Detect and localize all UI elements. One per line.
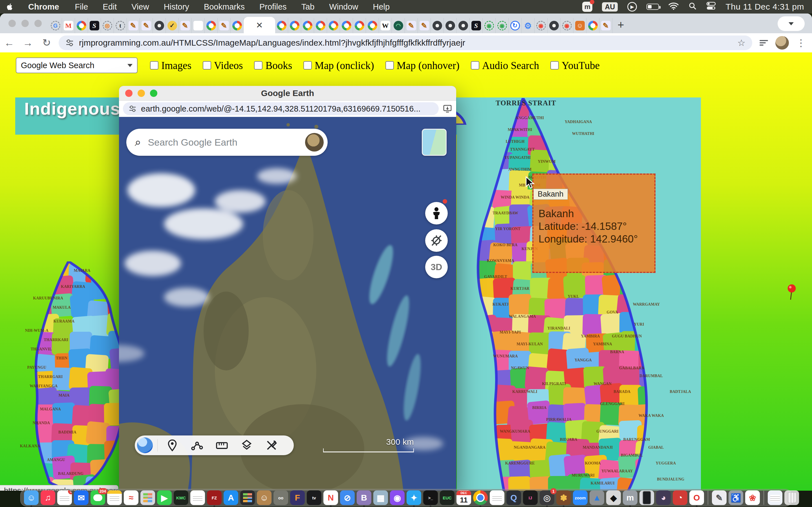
browser-tab[interactable] [457, 18, 470, 33]
dock-item-quicktime[interactable]: Q [506, 490, 521, 505]
browser-tab[interactable]: ◉ [483, 18, 496, 33]
browser-tab[interactable]: ✎ [140, 18, 153, 33]
browser-tab[interactable] [314, 18, 327, 33]
drawing-tools-icon[interactable] [259, 439, 284, 451]
browser-tab[interactable]: ✎ [179, 18, 192, 33]
pegman-button[interactable] [425, 202, 448, 224]
checkbox-audio-search[interactable]: Audio Search [471, 59, 539, 71]
install-app-icon[interactable] [443, 104, 452, 114]
red-pushpin-icon[interactable] [785, 284, 798, 302]
browser-tab[interactable] [75, 18, 88, 33]
menu-item-profiles[interactable]: Profiles [252, 2, 294, 11]
tab-search-button[interactable] [777, 16, 805, 31]
dock-item-facetime[interactable]: ▶ [157, 490, 172, 505]
dock-item-mail[interactable]: ✉ [74, 490, 89, 505]
earth-map-viewport[interactable]: ⌕ Search Google Earth [119, 117, 456, 491]
menu-item-history[interactable]: History [156, 2, 197, 11]
threed-toggle-button[interactable]: 3D [425, 256, 448, 278]
chrome-menu-icon[interactable]: ⋮ [796, 37, 806, 48]
google-earth-logo[interactable] [137, 438, 153, 453]
reload-button[interactable]: ↻ [37, 37, 56, 49]
dock-item-zoom[interactable]: zoom [573, 490, 588, 505]
dock-item-calendar[interactable]: DEC11 [456, 490, 471, 505]
path-route-icon[interactable] [185, 440, 209, 451]
browser-tab[interactable]: S [470, 18, 483, 33]
window-traffic-lights-inactive[interactable] [0, 13, 49, 33]
browser-tab[interactable] [231, 18, 244, 33]
menu-item-view[interactable]: View [124, 2, 156, 11]
earth-search-bar[interactable]: ⌕ Search Google Earth [126, 129, 327, 156]
checkbox-videos[interactable]: Videos [203, 59, 243, 71]
browser-tab[interactable]: ✓ [166, 18, 179, 33]
dock-item-palette[interactable]: ✽ [556, 490, 571, 505]
checkbox-youtube[interactable]: YouTube [550, 59, 600, 71]
imagemap-hover-region-bakanh[interactable]: Bakanh Bakanh Latitude: -14.1587° Longit… [532, 173, 656, 273]
dock-item-chrome[interactable] [473, 490, 488, 505]
checkbox-map-onclick-[interactable]: Map (onclick) [303, 59, 374, 71]
checkbox-box[interactable] [471, 61, 479, 69]
dock-item-speedtest[interactable]: ◔ [673, 490, 688, 505]
dock-item-music[interactable]: ♫ [41, 490, 55, 505]
dock-item-iphone-mirror[interactable] [640, 490, 654, 505]
new-tab-button[interactable]: + [612, 16, 629, 33]
checkbox-box[interactable] [203, 61, 211, 69]
browser-tab[interactable] [366, 18, 379, 33]
dock-item-photos[interactable]: ❀ [745, 490, 760, 505]
checkbox-box[interactable] [150, 61, 158, 69]
dock-item-bbedit[interactable]: B [357, 490, 371, 505]
profile-avatar[interactable] [775, 36, 789, 50]
dock-item-notes[interactable] [107, 490, 122, 505]
browser-tab[interactable]: ☺ [573, 18, 587, 33]
map-queensland[interactable]: ANGGAMUTHIYADHAIGANAWUTHATHIMPAKWITHILUT… [457, 98, 700, 491]
dock-item-appstore[interactable]: A [223, 490, 238, 505]
browser-tab[interactable]: t [114, 18, 127, 33]
checkbox-books[interactable]: Books [254, 59, 292, 71]
dock-item-textedit-2[interactable] [490, 490, 504, 505]
media-controls-icon[interactable] [760, 40, 768, 46]
dock-item-trash[interactable] [784, 490, 799, 505]
back-button[interactable]: ← [0, 37, 18, 49]
browser-tab[interactable] [431, 18, 444, 33]
dock-item-preview-img[interactable]: ▦ [373, 490, 388, 505]
dock-item-terminal-euc[interactable]: EUC [440, 490, 455, 505]
dock-item-opera[interactable]: O [689, 490, 704, 505]
dock-item-terminal[interactable]: >_ [423, 490, 438, 505]
menu-item-edit[interactable]: Edit [95, 2, 124, 11]
browser-tab[interactable]: M [62, 18, 75, 33]
dock-item-bear[interactable]: ◕ [656, 490, 671, 505]
dock-item-reminders[interactable]: 3 [57, 490, 72, 505]
browser-tab[interactable]: G [49, 18, 62, 33]
control-center-icon[interactable] [706, 2, 716, 12]
browser-tab[interactable]: ↻ [509, 18, 522, 33]
browser-tab[interactable]: ✎ [405, 18, 418, 33]
menu-clock[interactable]: Thu 11 Dec 4:31 pm [725, 2, 804, 11]
search-type-select[interactable]: Google Web Search [16, 57, 138, 73]
active-tab[interactable]: ✕ [244, 17, 275, 33]
dock-item-textedit[interactable] [190, 490, 205, 505]
forward-button[interactable]: → [18, 37, 37, 49]
menu-item-chrome[interactable]: Chrome [20, 2, 68, 11]
menu-item-file[interactable]: File [68, 2, 96, 11]
dock-item-safari[interactable]: ✦ [407, 490, 421, 505]
browser-tab[interactable] [288, 18, 301, 33]
my-location-off-button[interactable] [425, 229, 448, 252]
browser-tab[interactable] [353, 18, 366, 33]
browser-tab[interactable] [444, 18, 457, 33]
browser-tab[interactable]: ✎ [418, 18, 431, 33]
dock-item-filezilla[interactable]: FZ [207, 490, 221, 505]
ruler-measure-icon[interactable] [209, 440, 234, 450]
checkbox-images[interactable]: Images [150, 59, 192, 71]
menu-item-tab[interactable]: Tab [294, 2, 322, 11]
map-fragment-west[interactable]: MAIARAKARIYARRAKARUUBUNIRAMAKULAKURAAMAN… [16, 262, 130, 491]
dock-item-nosign[interactable]: ⊘ [340, 490, 355, 505]
wifi-icon[interactable] [668, 2, 679, 12]
dock-item-dev-triangle[interactable]: ▲ [590, 490, 604, 505]
dock-item-pen-app[interactable]: ✎ [712, 490, 726, 505]
checkbox-box[interactable] [254, 61, 262, 69]
dock-item-launchpad[interactable] [140, 490, 155, 505]
dock-item-eyes-char[interactable]: oo [273, 490, 288, 505]
browser-tab[interactable] [340, 18, 353, 33]
dock-item-messages[interactable]: 204 [91, 490, 105, 505]
dock-item-contacts[interactable]: ☺ [257, 490, 271, 505]
earth-minimap[interactable] [422, 129, 447, 156]
